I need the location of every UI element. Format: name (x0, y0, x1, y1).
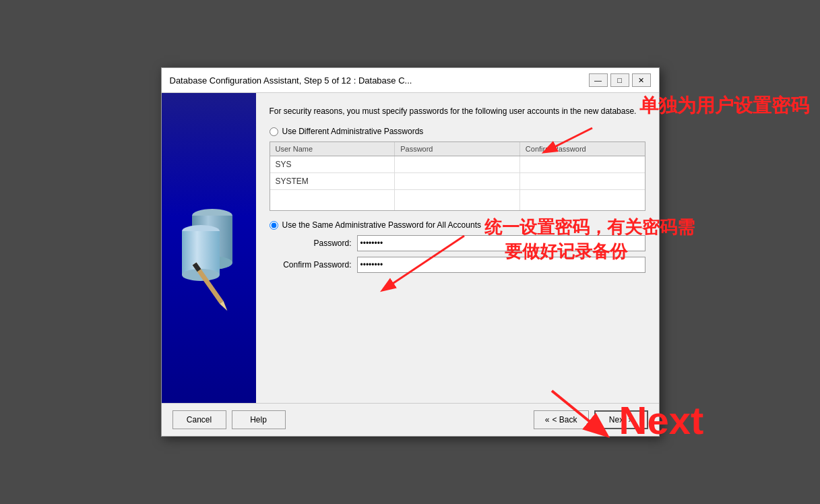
col-password: Password (395, 142, 520, 156)
cell-empty1 (270, 190, 396, 210)
cancel-button[interactable]: Cancel (172, 410, 226, 429)
password-row: Password: (270, 235, 645, 251)
next-arrow-icon: » (629, 415, 633, 424)
table-row (270, 190, 645, 210)
cell-sys-pwd[interactable] (395, 156, 520, 172)
next-label: Next (609, 415, 626, 424)
confirm-row: Confirm Password: (270, 257, 645, 273)
back-label: < Back (552, 415, 577, 424)
footer-right-buttons: « < Back Next » (534, 410, 648, 429)
col-confirm: Confirm Password (520, 142, 645, 156)
password-input[interactable] (357, 235, 645, 251)
svg-rect-4 (182, 231, 220, 275)
same-password-section: Use the Same Administrative Password for… (270, 220, 645, 273)
cell-sys-confirm[interactable] (520, 156, 645, 172)
radio-same[interactable] (270, 221, 278, 230)
table-header: User Name Password Confirm Password (270, 142, 645, 156)
radio-different-row[interactable]: Use Different Administrative Passwords (270, 127, 645, 136)
main-dialog: Database Configuration Assistant, Step 5… (161, 67, 660, 437)
cell-system-confirm[interactable] (520, 173, 645, 189)
next-button[interactable]: Next » (594, 410, 648, 429)
radio-different-label[interactable]: Use Different Administrative Passwords (282, 127, 424, 136)
back-arrow-icon: « (545, 415, 550, 424)
user-table: User Name Password Confirm Password SYS … (270, 141, 645, 211)
dialog-body: For security reasons, you must specify p… (162, 93, 659, 403)
illustration-graphic (168, 181, 249, 315)
title-bar: Database Configuration Assistant, Step 5… (162, 68, 659, 93)
confirm-label: Confirm Password: (270, 260, 357, 270)
table-row: SYS (270, 156, 645, 173)
db-illustration-svg (168, 181, 249, 315)
window-controls: — □ ✕ (589, 73, 651, 87)
cell-sys-name: SYS (270, 156, 396, 172)
cell-empty3 (520, 190, 645, 210)
cell-system-pwd[interactable] (395, 173, 520, 189)
dialog-title: Database Configuration Assistant, Step 5… (170, 75, 412, 86)
right-panel: For security reasons, you must specify p… (256, 93, 659, 403)
footer-left-buttons: Cancel Help (172, 410, 286, 429)
back-button[interactable]: « < Back (534, 410, 589, 429)
dialog-footer: Cancel Help « < Back Next » (162, 403, 659, 436)
confirm-input[interactable] (357, 257, 645, 273)
minimize-button[interactable]: — (589, 73, 608, 87)
help-button[interactable]: Help (232, 410, 286, 429)
cell-empty2 (395, 190, 520, 210)
password-label: Password: (270, 239, 357, 248)
cell-system-name: SYSTEM (270, 173, 396, 189)
description-text: For security reasons, you must specify p… (270, 105, 645, 117)
table-row: SYSTEM (270, 173, 645, 190)
radio-different[interactable] (270, 127, 278, 136)
left-illustration (162, 93, 256, 403)
annotation-text-different: 单独为用户设置密码 (639, 93, 809, 119)
radio-same-row[interactable]: Use the Same Administrative Password for… (270, 220, 645, 230)
maximize-button[interactable]: □ (610, 73, 629, 87)
close-button[interactable]: ✕ (632, 73, 651, 87)
col-username: User Name (270, 142, 396, 156)
radio-same-label[interactable]: Use the Same Administrative Password for… (282, 220, 481, 230)
